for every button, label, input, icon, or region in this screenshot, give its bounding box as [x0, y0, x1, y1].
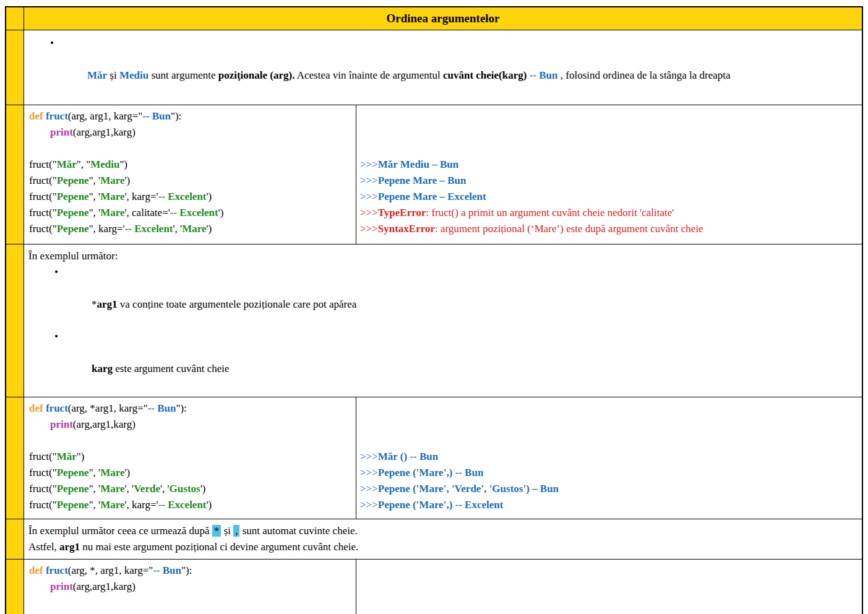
segment-str: Mare — [100, 483, 124, 495]
segment: "): — [171, 110, 181, 122]
output-block-3: >>>TypeError: fruct() lipsește un argume… — [360, 611, 858, 614]
segment-str: Pepene — [57, 499, 89, 511]
intro1-text: Măr și Mediu sunt argumente poziționale … — [87, 69, 731, 81]
intro2-bullet-1: • *arg1 va conține toate argumentele poz… — [28, 264, 856, 329]
segment-str: Mare — [100, 467, 124, 478]
text-line: print(arg,arg1,karg) — [29, 417, 351, 433]
segment: ") — [77, 451, 85, 462]
intro1-line: • Măr și Mediu sunt argumente pozițional… — [24, 35, 856, 100]
intro2-bullet-2-text: karg este argument cuvânt cheie — [92, 363, 230, 374]
segment: ', calitate=' — [125, 207, 170, 218]
left-margin-stripe — [6, 397, 24, 519]
text-line: >>>SyntaxError: argument pozițional (‘Ma… — [360, 221, 858, 237]
text-line: >>>TypeError: fruct() a primit un argume… — [360, 205, 858, 221]
text-line: >>>Pepene ('Mare',) -- Excelent — [360, 497, 858, 513]
segment: ", ' — [89, 483, 101, 495]
segment: ', ' — [173, 223, 183, 235]
segment-str: Pepene — [57, 191, 89, 202]
intro-row-3: În exemplul următor ceea ce urmează după… — [6, 519, 862, 559]
left-margin-stripe — [6, 560, 24, 614]
segment-kw: def — [29, 564, 46, 576]
intro-row-2: În exemplul următor: • *arg1 va conține … — [6, 244, 862, 397]
text-line: fruct("Pepene", 'Mare') — [29, 173, 351, 189]
segment: (arg,arg1,karg) — [73, 126, 135, 138]
segment: Acestea vin înainte de argumentul — [294, 69, 443, 81]
intro3-line-2: Astfel, arg1 nu mai este argument poziți… — [28, 539, 856, 555]
segment: fruct(" — [29, 467, 57, 478]
segment-str: Pepene — [57, 175, 89, 186]
segment: ", " — [77, 158, 90, 170]
segment-bb: -- Bun — [526, 69, 557, 81]
text-line: def fruct(arg, arg1, karg="-- Bun"): — [29, 108, 351, 124]
segment-outb: Pepene Mare – Excelent — [378, 191, 486, 202]
segment: fruct(" — [29, 499, 57, 511]
segment-errb: TypeError — [378, 207, 426, 218]
segment — [29, 418, 50, 430]
segment: ", ' — [89, 499, 101, 511]
segment: ", ' — [89, 175, 101, 186]
output-cell-3: >>>TypeError: fruct() lipsește un argume… — [356, 560, 862, 614]
text-line: print(arg,arg1,karg) — [29, 579, 351, 595]
text-line: fruct("Pepene", 'Mare') — [29, 465, 351, 481]
intro2-bullet-1-text: *arg1 va conține toate argumentele poziț… — [92, 298, 356, 310]
segment-str: Măr — [57, 451, 77, 462]
segment: sunt argumente — [148, 69, 218, 81]
segment-out: >>> — [360, 451, 378, 462]
segment: "): — [176, 402, 187, 414]
segment-out: >>> — [360, 467, 378, 478]
segment-outb: Pepene ('Mare',) -- Bun — [378, 467, 484, 478]
segment: ') — [125, 175, 131, 186]
segment-str: Gustos — [170, 483, 200, 495]
left-margin-stripe — [6, 105, 24, 244]
segment: ", ' — [89, 207, 101, 218]
segment-str: -- Excelent — [170, 207, 218, 218]
segment-out: >>> — [360, 483, 378, 495]
segment: fruct(" — [29, 483, 57, 495]
segment: ') — [125, 467, 131, 478]
code-row-3: def fruct(arg, *, arg1, karg="-- Bun"): … — [6, 559, 862, 614]
segment: (arg, *arg1, karg=" — [68, 402, 148, 414]
bullet-marker: • — [50, 35, 54, 51]
text-line: >>>Pepene ('Mare', 'Verde', 'Gustos') – … — [360, 481, 858, 497]
segment-kw: def — [29, 110, 46, 122]
text-line: fruct("Pepene", 'Mare', karg='-- Excelen… — [29, 497, 351, 513]
bullet-marker: • — [54, 329, 58, 345]
segment: ", ' — [89, 191, 101, 202]
segment: , folosind ordinea de la stânga la dreap… — [558, 69, 731, 81]
output-block-1: >>>Măr Mediu – Bun>>>Pepene Mare – Bun>>… — [360, 157, 858, 237]
segment-strb: -- Bun — [153, 564, 181, 576]
segment: * — [92, 298, 97, 310]
segment-str: Măr — [57, 158, 77, 170]
segment: ') — [218, 207, 224, 218]
intro1-cell: • Măr și Mediu sunt argumente pozițional… — [24, 30, 862, 105]
code-block-3: def fruct(arg, *, arg1, karg="-- Bun"): … — [24, 560, 356, 614]
segment-err: >>> — [360, 223, 378, 235]
text-line — [29, 595, 351, 611]
segment: ", ' — [89, 467, 101, 478]
segment: este argument cuvânt cheie — [113, 363, 230, 374]
segment-hl: , — [233, 525, 239, 537]
segment-b: cuvânt cheie(karg) — [443, 69, 527, 81]
segment: (arg, *, arg1, karg=" — [68, 564, 153, 576]
segment-strb: -- Bun — [148, 402, 176, 414]
segment: (arg,arg1,karg) — [73, 581, 135, 592]
segment-prn: print — [50, 581, 73, 592]
output-cell-1: >>>Măr Mediu – Bun>>>Pepene Mare – Bun>>… — [356, 105, 862, 244]
segment: fruct(" — [29, 451, 57, 462]
segment-bb: Mediu — [119, 69, 148, 81]
segment-str: Mare — [182, 223, 206, 235]
segment-outb: Măr Mediu – Bun — [378, 158, 459, 170]
text-line — [29, 141, 351, 157]
segment: ') — [207, 499, 212, 511]
text-line: fruct("Pepene", 'Mare', calitate='-- Exc… — [29, 205, 351, 221]
segment-out: >>> — [360, 499, 378, 511]
segment-kw: def — [29, 402, 46, 414]
segment: (arg, arg1, karg=" — [68, 110, 142, 122]
page-title: Ordinea argumentelor — [24, 7, 862, 30]
left-margin-stripe — [6, 244, 24, 397]
intro2-cell: În exemplul următor: • *arg1 va conține … — [24, 244, 862, 397]
text-line: fruct("Măr", "Mediu") — [29, 157, 351, 173]
segment-err: >>> — [360, 207, 378, 218]
segment-str: Mare — [100, 175, 124, 186]
segment: ', ' — [160, 483, 170, 495]
